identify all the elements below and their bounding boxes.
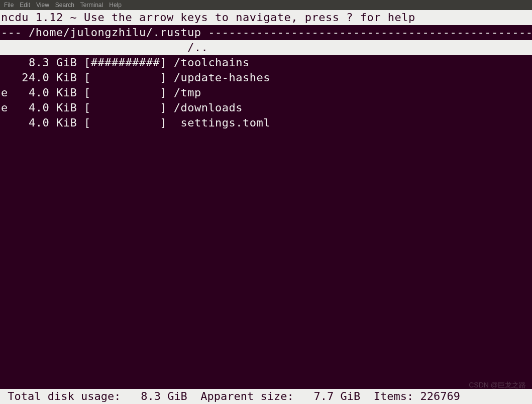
list-item[interactable]: 24.0 KiB [ ] /update-hashes [0,70,532,85]
entry-flag [1,116,8,129]
entry-name: /update-hashes [167,71,270,84]
entry-bar: [ ] [84,116,167,129]
entry-size: 4.0 KiB [8,86,77,99]
entry-bar: [##########] [84,56,167,69]
path-suffix: ----------------------------------------… [201,26,532,39]
entry-bar: [ ] [84,71,167,84]
entry-size: 8.3 GiB [8,56,77,69]
list-item[interactable]: 4.0 KiB [ ] settings.toml [0,115,532,130]
path-prefix: --- [1,26,29,39]
menu-terminal[interactable]: Terminal [80,2,103,9]
terminal-output[interactable]: ncdu 1.12 ~ Use the arrow keys to naviga… [0,10,532,130]
entry-flag [1,56,8,69]
entry-bar: [ ] [84,86,167,99]
window-menubar: File Edit View Search Terminal Help [0,0,532,10]
entry-name: /tmp [167,86,201,99]
menu-file[interactable]: File [4,2,14,9]
entry-flag [1,71,8,84]
list-item[interactable]: e 4.0 KiB [ ] /tmp [0,85,532,100]
current-path-line: --- /home/julongzhilu/.rustup ----------… [0,25,532,40]
current-path: /home/julongzhilu/.rustup [29,26,201,39]
entry-bar: [ ] [84,101,167,114]
menu-edit[interactable]: Edit [20,2,30,9]
watermark: CSDN @巨龙之路 [469,381,526,390]
ncdu-header: ncdu 1.12 ~ Use the arrow keys to naviga… [0,10,532,25]
menu-search[interactable]: Search [55,2,74,9]
list-item[interactable]: 8.3 GiB [##########] /toolchains [0,55,532,70]
entry-name: settings.toml [167,116,270,129]
ncdu-footer: Total disk usage: 8.3 GiB Apparent size:… [0,389,532,404]
menu-help[interactable]: Help [109,2,122,9]
entry-flag: e [1,101,8,114]
entry-size: 24.0 KiB [8,71,77,84]
list-item-parent[interactable]: /.. [0,40,532,55]
entry-size: 4.0 KiB [8,101,77,114]
entry-size: 4.0 KiB [8,116,77,129]
entry-flag: e [1,86,8,99]
list-item[interactable]: e 4.0 KiB [ ] /downloads [0,100,532,115]
menu-view[interactable]: View [36,2,49,9]
entry-name: /downloads [167,101,243,114]
entry-name: /toolchains [167,56,250,69]
